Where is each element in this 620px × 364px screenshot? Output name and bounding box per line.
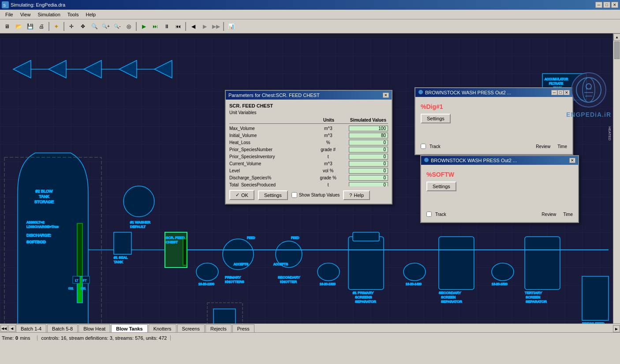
brownstock2-dig-label: %SOFTW xyxy=(426,171,573,178)
svg-text:16-20-1320: 16-20-1320 xyxy=(320,282,336,286)
params-table-row[interactable]: Discharge_Species%grade %0 xyxy=(229,174,388,181)
menu-help[interactable]: Help xyxy=(82,11,99,18)
svg-text:PRIMARY: PRIMARY xyxy=(225,275,241,279)
toolbar-bkfwd[interactable]: ▶▶ xyxy=(211,21,221,32)
svg-text:031: 031 xyxy=(68,287,74,290)
params-table-row[interactable]: Current_Volumem^30 xyxy=(229,160,388,167)
brownstock1-track-checkbox[interactable] xyxy=(421,144,426,149)
tab-nav-prev[interactable]: ◀ xyxy=(8,325,15,332)
tab-nav-first[interactable]: ◀◀ xyxy=(0,325,7,332)
svg-text:TANK: TANK xyxy=(114,260,123,264)
brownstock1-review-label: Review xyxy=(536,144,550,149)
scroll-up-button[interactable]: ▲ xyxy=(613,33,620,41)
brownstock2-close[interactable]: ✕ xyxy=(569,158,575,163)
toolbar-sep4 xyxy=(185,22,186,31)
tab-rejects[interactable]: Rejects xyxy=(205,324,232,332)
scroll-thumb[interactable] xyxy=(614,41,620,59)
params-table-row[interactable]: Heat_Loss%0 xyxy=(229,139,388,146)
params-settings-button[interactable]: Settings xyxy=(258,190,288,200)
vertical-scrollbar[interactable]: ▲ ▼ xyxy=(613,33,620,343)
svg-point-98 xyxy=(583,78,595,102)
toolbar-print[interactable]: 🖨 xyxy=(36,21,47,32)
col-name xyxy=(229,118,308,123)
param-row-name: Max_Volume xyxy=(229,126,307,131)
param-row-unit: m^3 xyxy=(307,161,349,166)
svg-point-66 xyxy=(492,263,514,281)
toolbar-sep1 xyxy=(49,22,49,31)
menu-simulation[interactable]: Simulation xyxy=(34,11,63,18)
brownstock2-settings-button[interactable]: Settings xyxy=(426,182,456,191)
tab-blow-tanks[interactable]: Blow Tanks xyxy=(111,324,147,332)
param-row-name: Prior_SpeciesNumber xyxy=(229,147,307,152)
brownstock1-maximize[interactable]: □ xyxy=(557,90,564,95)
params-table-row[interactable]: Prior_SpeciesInventoryt0 xyxy=(229,153,388,160)
toolbar-add[interactable]: ✛ xyxy=(66,21,77,32)
menu-tools[interactable]: Tools xyxy=(64,11,82,18)
params-dialog-title[interactable]: Parameters for Chest:SCR. FEED CHEST ✕ xyxy=(226,91,392,100)
title-bar-buttons: ─ □ ✕ xyxy=(595,2,618,8)
toolbar-zoomin[interactable]: 🔍+ xyxy=(101,21,111,32)
params-help-button[interactable]: ? Help xyxy=(343,190,370,200)
tab-knotters[interactable]: Knotters xyxy=(149,324,176,332)
tab-screens[interactable]: Screens xyxy=(177,324,205,332)
svg-text:SEPARATOR: SEPARATOR xyxy=(441,300,462,304)
toolbar-search[interactable]: 🔍 xyxy=(89,21,100,32)
svg-text:TANK: TANK xyxy=(39,194,49,199)
svg-text:FEED: FEED xyxy=(291,236,299,239)
params-close-button[interactable]: ✕ xyxy=(383,93,389,98)
params-table-row[interactable]: Total_SpeciesProducedt0 xyxy=(229,181,388,186)
toolbar: 🖥 📂 💾 🖨 ✦ ✛ ✥ 🔍 🔍+ 🔍- ◎ ▶ ⏭ ⏸ ⏮ ◀ ▶ ▶▶ 📊 xyxy=(0,19,620,33)
menu-file[interactable]: File xyxy=(2,11,17,18)
params-subtitle: Unit Variables xyxy=(229,110,388,115)
tab-nav-next[interactable]: ▶ xyxy=(613,325,620,332)
toolbar-zoomfit[interactable]: ◎ xyxy=(123,21,134,32)
params-table-row[interactable]: Prior_SpeciesNumbergrade #0 xyxy=(229,146,388,153)
toolbar-open[interactable]: 📂 xyxy=(13,21,24,32)
svg-text:SCR. FEED: SCR. FEED xyxy=(166,236,185,240)
params-dialog: Parameters for Chest:SCR. FEED CHEST ✕ S… xyxy=(225,90,392,204)
params-table-row[interactable]: Max_Volumem^3100 xyxy=(229,125,388,132)
params-table-row[interactable]: Initial_Volumem^380 xyxy=(229,132,388,139)
tab-blow-heat[interactable]: Blow Heat xyxy=(78,324,110,332)
toolbar-back[interactable]: ◀ xyxy=(188,21,198,32)
toolbar-pause[interactable]: ⏸ xyxy=(161,21,172,32)
tab-press[interactable]: Press xyxy=(232,324,254,332)
brownstock2-title[interactable]: BROWNSTOCK WASH PRESS Out2 ... ✕ xyxy=(421,156,578,165)
svg-point-47 xyxy=(196,263,218,281)
svg-text:LDISCHARGE=True: LDISCHARGE=True xyxy=(26,225,59,229)
toolbar-special[interactable]: ✦ xyxy=(51,21,62,32)
brownstock2-track-checkbox[interactable] xyxy=(426,212,432,217)
toolbar-step[interactable]: ⏭ xyxy=(150,21,161,32)
svg-text:STORAGE: STORAGE xyxy=(34,200,54,204)
toolbar-run[interactable]: ▶ xyxy=(138,21,149,32)
tab-bar: ◀◀ ◀ Batch 1-4 Batch 5-8 Blow Heat Blow … xyxy=(0,323,620,332)
svg-text:SECONDARY: SECONDARY xyxy=(439,291,461,295)
show-startup-label: Show Startup Values xyxy=(299,193,340,197)
brownstock2-content: %SOFTW Settings Track Review Time xyxy=(421,165,578,222)
tab-batch1-4[interactable]: Batch 1-4 xyxy=(16,324,46,332)
toolbar-fwd[interactable]: ▶ xyxy=(199,21,210,32)
params-column-headers: Units Simulated Values xyxy=(229,118,388,124)
status-controls: controls: 16, stream definitions: 3, str… xyxy=(37,335,171,341)
tab-batch5-8[interactable]: Batch 5-8 xyxy=(47,324,78,332)
brownstock1-settings-button[interactable]: Settings xyxy=(421,114,451,123)
toolbar-reset[interactable]: ⏮ xyxy=(173,21,183,32)
minimize-button[interactable]: ─ xyxy=(595,2,602,8)
brownstock1-title[interactable]: BROWNSTOCK WASH PRESS Out2 ... ─ □ ✕ xyxy=(415,88,572,97)
toolbar-sep5 xyxy=(223,22,224,31)
toolbar-zoomout[interactable]: 🔍- xyxy=(112,21,123,32)
maximize-button[interactable]: □ xyxy=(603,2,610,8)
toolbar-move[interactable]: ✥ xyxy=(78,21,88,32)
params-ok-button[interactable]: ✓ OK xyxy=(229,190,254,200)
params-table-row[interactable]: Levelvol %0 xyxy=(229,167,388,174)
show-startup-checkbox[interactable] xyxy=(291,192,297,198)
close-button[interactable]: ✕ xyxy=(611,2,618,8)
svg-rect-68 xyxy=(582,276,609,320)
toolbar-save[interactable]: 💾 xyxy=(25,21,35,32)
toolbar-new[interactable]: 🖥 xyxy=(2,21,12,32)
svg-text:SEPARATOR: SEPARATOR xyxy=(526,300,547,304)
toolbar-chart[interactable]: 📊 xyxy=(226,21,236,32)
brownstock1-minimize[interactable]: ─ xyxy=(551,90,557,95)
brownstock-dialog-1: BROWNSTOCK WASH PRESS Out2 ... ─ □ ✕ %Di… xyxy=(415,87,573,155)
menu-view[interactable]: View xyxy=(17,11,34,18)
